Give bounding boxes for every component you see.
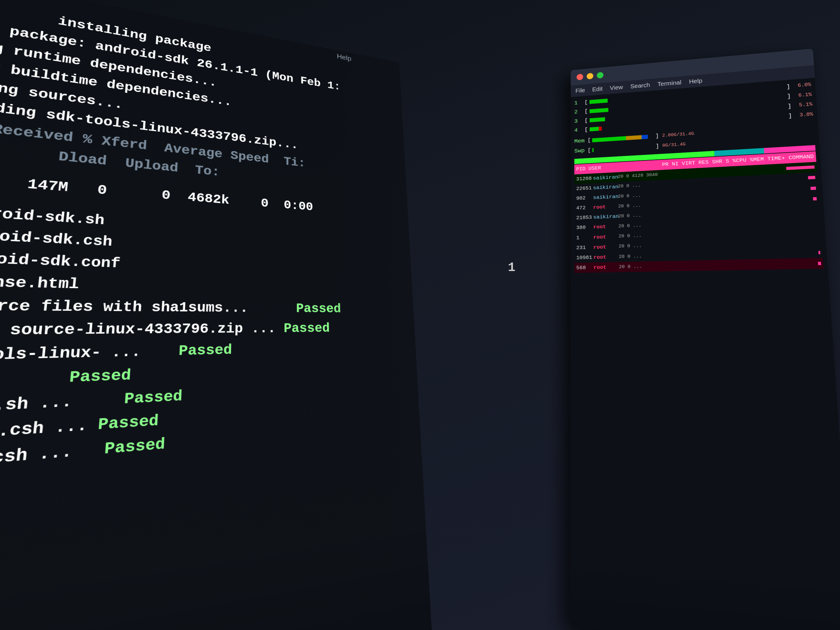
mem-bar-yellow: [626, 135, 641, 140]
proc-bar: [818, 251, 820, 254]
menu-search[interactable]: Search: [630, 82, 650, 90]
terminal-right: File Edit View Search Terminal Help 1 [ …: [571, 49, 840, 630]
cpu-bar-green: [590, 127, 599, 131]
htop-content: 1 [ ] 6.0% 2 [ ] 6.1% 3 [: [571, 78, 828, 276]
to-label: 1: [508, 261, 515, 275]
close-button[interactable]: [576, 74, 583, 81]
minimize-button[interactable]: [587, 73, 593, 79]
swp-bar: [592, 148, 594, 152]
cpu-bar-green: [590, 99, 608, 104]
maximize-button[interactable]: [597, 72, 603, 79]
proc-bar: [808, 176, 815, 180]
menu-edit[interactable]: Edit: [592, 85, 603, 93]
proc-bar: [786, 165, 815, 170]
menu-help[interactable]: Help: [689, 77, 703, 85]
terminal-left: Help installing package package: android…: [0, 0, 434, 630]
swp-usage: 0G/31.4G: [662, 141, 685, 150]
mem-bar-green: [592, 136, 626, 142]
menu-file[interactable]: File: [576, 87, 585, 94]
proc-bar: [813, 197, 817, 200]
cpu-bar-red: [599, 127, 602, 131]
menu-terminal[interactable]: Terminal: [657, 79, 681, 88]
cpu-bar-green: [590, 117, 605, 122]
mem-bar-blue: [641, 134, 648, 139]
menu-view[interactable]: View: [609, 84, 623, 91]
proc-bar: [810, 186, 816, 189]
proc-bar: [818, 262, 821, 265]
mem-usage: 2.80G/31.4G: [662, 130, 694, 139]
screen: Help installing package package: android…: [0, 0, 840, 630]
cpu-bar-green: [590, 107, 608, 113]
